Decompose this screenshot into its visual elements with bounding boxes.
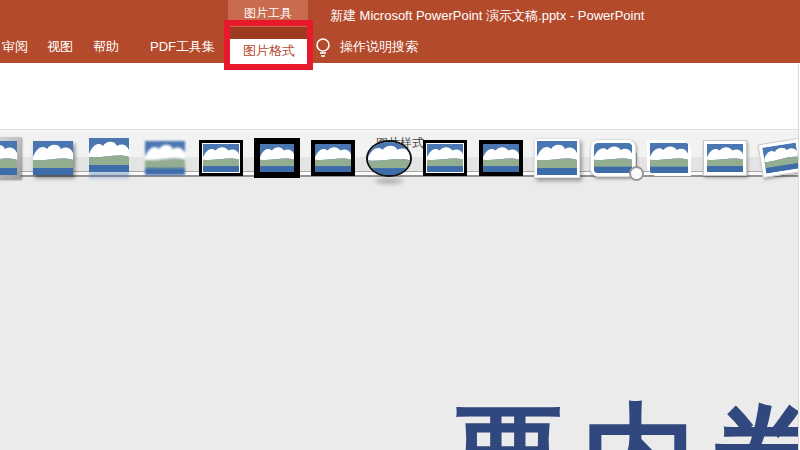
- contextual-tab-group-label: 图片工具: [228, 0, 308, 27]
- picture-style-bordered-frame-white[interactable]: [702, 136, 748, 180]
- landscape-thumbnail-icon: [483, 144, 519, 172]
- landscape-thumbnail-icon: [260, 144, 294, 172]
- contextual-tab-shade: [230, 27, 308, 39]
- landscape-thumbnail-icon: [427, 144, 463, 172]
- picture-style-frame: [703, 140, 747, 176]
- picture-style-beveled-oval-black[interactable]: [366, 136, 412, 180]
- picture-style-metal-frame-black[interactable]: [422, 136, 468, 180]
- title-bar: 图片工具 新建 Microsoft PowerPoint 演示文稿.pptx -…: [0, 0, 800, 63]
- picture-style-drop-shadow-rectangle[interactable]: [30, 136, 76, 180]
- landscape-thumbnail-icon: [89, 138, 129, 172]
- picture-style-frame: [534, 138, 580, 178]
- landscape-thumbnail-icon: [315, 144, 351, 172]
- picture-style-beveled-metal-frame[interactable]: [0, 136, 20, 180]
- slide-title-text: 要内卷: [452, 381, 800, 450]
- picture-style-reflected-rectangle[interactable]: [86, 136, 132, 180]
- tell-me-search[interactable]: 操作说明搜索: [340, 38, 418, 56]
- selected-picture[interactable]: 要内卷: [0, 177, 800, 450]
- landscape-thumbnail-icon: [33, 141, 73, 175]
- picture-style-frame: [647, 140, 691, 176]
- tab-review[interactable]: 审阅: [2, 38, 28, 56]
- picture-style-frame: [145, 141, 185, 175]
- picture-style-frame: [199, 140, 243, 176]
- landscape-thumbnail-icon: [594, 143, 632, 173]
- picture-style-rotated-frame-white[interactable]: [755, 133, 800, 184]
- picture-style-frame: [254, 138, 300, 178]
- picture-styles-gallery: [0, 136, 800, 180]
- picture-style-frame: [423, 140, 467, 176]
- landscape-thumbnail-icon: [0, 141, 17, 175]
- landscape-thumbnail-icon: [203, 144, 239, 172]
- picture-style-double-frame-black[interactable]: [198, 136, 244, 180]
- picture-style-frame: [0, 137, 21, 179]
- landscape-thumbnail-icon: [650, 143, 688, 173]
- picture-style-frame: [758, 138, 800, 178]
- powerpoint-window: 图片工具 新建 Microsoft PowerPoint 演示文稿.pptx -…: [0, 0, 800, 450]
- landscape-thumbnail-icon: [537, 141, 577, 175]
- picture-style-frame: [366, 140, 412, 177]
- picture-style-moderate-frame-black[interactable]: [310, 136, 356, 180]
- resize-handle-top-center[interactable]: [629, 166, 644, 181]
- tab-pdf-tools[interactable]: PDF工具集: [150, 38, 215, 56]
- picture-style-simple-frame-black[interactable]: [478, 136, 524, 180]
- picture-style-frame: [311, 140, 355, 176]
- tab-view[interactable]: 视图: [47, 38, 73, 56]
- landscape-thumbnail-icon: [368, 142, 410, 175]
- picture-style-simple-frame-white[interactable]: [534, 136, 580, 180]
- picture-style-thick-frame-black[interactable]: [254, 136, 300, 180]
- window-title: 新建 Microsoft PowerPoint 演示文稿.pptx - Powe…: [330, 7, 644, 25]
- landscape-thumbnail-icon: [707, 144, 743, 172]
- picture-style-frame: [33, 141, 73, 175]
- picture-style-snip-corner-white[interactable]: [646, 136, 692, 180]
- lightbulb-icon[interactable]: [313, 37, 333, 60]
- tab-picture-format-active[interactable]: 图片格式: [230, 39, 308, 63]
- landscape-thumbnail-icon: [762, 143, 800, 174]
- tab-help[interactable]: 帮助: [93, 38, 119, 56]
- picture-style-frame: [89, 138, 129, 172]
- ribbon-content-area: [0, 63, 800, 130]
- landscape-thumbnail-icon: [145, 141, 185, 175]
- picture-style-frame: [479, 140, 523, 176]
- picture-style-soft-edge-rectangle[interactable]: [142, 136, 188, 180]
